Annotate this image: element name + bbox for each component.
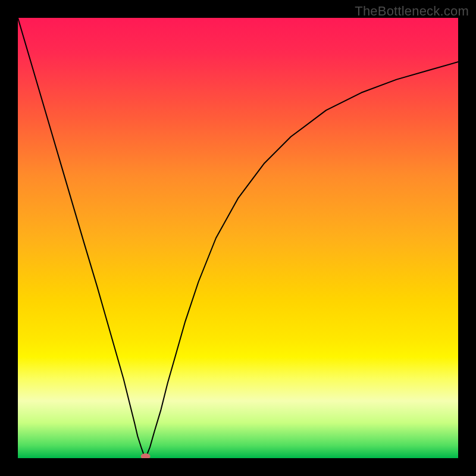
- minimum-point-marker: [141, 453, 151, 458]
- watermark-text: TheBottleneck.com: [355, 4, 469, 19]
- bottleneck-curve: [18, 18, 458, 458]
- chart-plot-area: [18, 18, 458, 458]
- curve-line: [18, 18, 458, 458]
